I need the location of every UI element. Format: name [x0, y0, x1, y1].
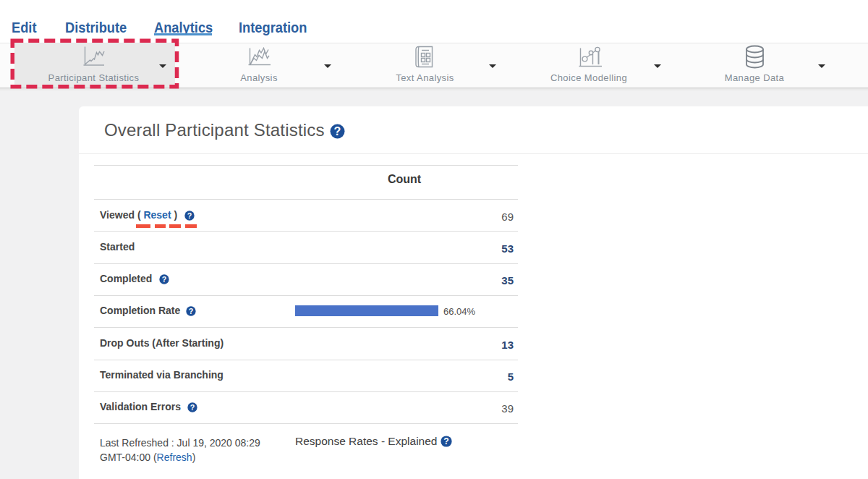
svg-text:?: ?: [162, 275, 167, 284]
svg-text:?: ?: [189, 307, 194, 315]
svg-text:?: ?: [334, 125, 341, 137]
svg-text:?: ?: [187, 211, 192, 220]
svg-text:?: ?: [190, 403, 195, 412]
svg-text:?: ?: [443, 436, 448, 446]
